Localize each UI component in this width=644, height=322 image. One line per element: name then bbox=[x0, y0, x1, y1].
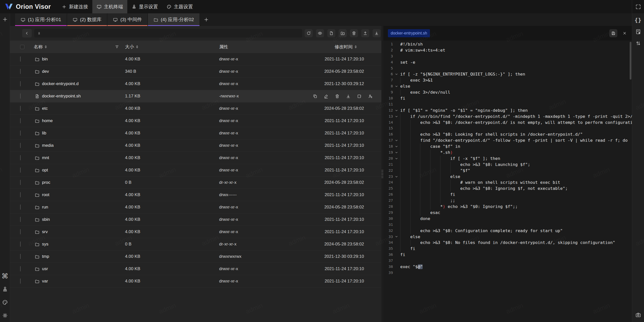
row-checkbox[interactable] bbox=[20, 192, 21, 197]
row-checkbox[interactable] bbox=[20, 69, 21, 74]
back-button[interactable] bbox=[22, 29, 32, 38]
row-checkbox[interactable] bbox=[20, 81, 21, 86]
file-row-docker-entrypoint.d[interactable]: docker-entrypoint.d4.00 KBdrwxr-xr-x2021… bbox=[10, 78, 381, 90]
camera-icon[interactable] bbox=[635, 311, 642, 318]
folder-icon bbox=[153, 17, 158, 22]
sort-toggle[interactable] bbox=[45, 45, 47, 48]
file-row-opt[interactable]: opt4.00 KBdrwxr-xr-x2021-11-24 17:20:10 bbox=[10, 164, 381, 176]
topbar-menu-item-4[interactable]: 主题设置 bbox=[162, 0, 197, 13]
code-editor[interactable]: 1#!/bin/sh2# vim:sw=4:ts=4:et34set -e56i… bbox=[383, 41, 632, 322]
row-checkbox[interactable] bbox=[20, 167, 21, 173]
download-icon[interactable] bbox=[346, 94, 351, 99]
file-row-var[interactable]: var4.00 KBdrwxr-xr-x2021-11-24 17:20:10 bbox=[10, 275, 381, 288]
fold-chevron-icon[interactable] bbox=[393, 83, 399, 89]
row-checkbox[interactable] bbox=[20, 241, 21, 247]
stamp-icon[interactable] bbox=[2, 286, 8, 293]
new-tab-button[interactable] bbox=[200, 13, 213, 26]
fold-chevron-icon[interactable] bbox=[393, 234, 399, 240]
fold-chevron-icon[interactable] bbox=[393, 174, 399, 180]
sort-toggle[interactable] bbox=[355, 45, 357, 48]
fold-chevron-icon[interactable] bbox=[393, 156, 399, 162]
braces-icon[interactable]: {} bbox=[635, 17, 642, 24]
row-checkbox[interactable] bbox=[20, 254, 21, 259]
select-all-checkbox[interactable] bbox=[20, 45, 24, 49]
topbar-menu-item-3[interactable]: 显示设置 bbox=[127, 0, 162, 13]
topbar-menu-item-1[interactable]: 新建连接 bbox=[57, 0, 92, 13]
file-row-srv[interactable]: srv4.00 KBdrwxr-xr-x2021-11-24 17:20:10 bbox=[10, 226, 381, 238]
session-tab-2[interactable]: (2) 数据库 bbox=[67, 13, 108, 26]
file-row-docker-entrypoint.sh[interactable]: docker-entrypoint.sh1.17 KB-rwxrwxr-x bbox=[10, 90, 381, 102]
download-button[interactable] bbox=[373, 29, 381, 37]
indent-guide bbox=[430, 162, 430, 168]
upload-button[interactable] bbox=[361, 29, 369, 37]
file-row-home[interactable]: home4.00 KBdrwxr-xr-x2021-11-24 17:20:10 bbox=[10, 115, 381, 127]
session-tab-4[interactable]: (4) 应用-分析02 bbox=[148, 13, 200, 26]
fold-chevron-icon[interactable] bbox=[393, 114, 399, 120]
file-row-lib[interactable]: lib4.00 KBdrwxr-xr-x2021-11-24 17:20:10 bbox=[10, 127, 381, 139]
file-row-media[interactable]: media4.00 KBdrwxr-xr-x2021-11-24 17:20:1… bbox=[10, 139, 381, 152]
row-checkbox[interactable] bbox=[20, 118, 21, 123]
session-tab-3[interactable]: (3) 中间件 bbox=[107, 13, 148, 26]
move-icon[interactable] bbox=[357, 94, 362, 99]
sort-toggle[interactable] bbox=[136, 45, 138, 48]
row-checkbox[interactable] bbox=[20, 229, 21, 234]
copy-icon[interactable] bbox=[313, 94, 317, 99]
row-checkbox[interactable] bbox=[20, 180, 21, 185]
row-checkbox[interactable] bbox=[20, 93, 21, 99]
file-table: bin4.00 KBdrwxr-xr-x2021-11-24 17:20:10d… bbox=[10, 53, 381, 288]
row-checkbox[interactable] bbox=[20, 155, 21, 160]
trash-button[interactable] bbox=[350, 29, 358, 37]
palette-icon[interactable] bbox=[2, 299, 8, 306]
refresh-button[interactable] bbox=[305, 29, 313, 37]
permission-icon[interactable] bbox=[368, 94, 373, 99]
chevron-left-icon bbox=[25, 31, 29, 35]
row-checkbox[interactable] bbox=[20, 266, 21, 271]
path-input[interactable] bbox=[34, 29, 302, 38]
row-checkbox[interactable] bbox=[20, 278, 21, 284]
fold-chevron-icon[interactable] bbox=[393, 108, 399, 114]
file-row-etc[interactable]: etc4.00 KBdrwxr-xr-x2024-05-28 23:58:02 bbox=[10, 102, 381, 115]
code-line: 38exec "$@" bbox=[383, 264, 632, 270]
fold-chevron-icon[interactable] bbox=[393, 144, 399, 150]
fullscreen-icon[interactable] bbox=[635, 3, 642, 10]
row-checkbox[interactable] bbox=[20, 217, 21, 222]
command-icon[interactable]: ⌘ bbox=[2, 273, 8, 279]
close-button[interactable] bbox=[621, 29, 629, 37]
fold-chevron-icon[interactable] bbox=[393, 71, 399, 77]
column-label: 名称 bbox=[34, 44, 43, 50]
swap-vertical-icon[interactable] bbox=[635, 40, 642, 47]
edit-icon[interactable] bbox=[324, 94, 329, 99]
file-row-sbin[interactable]: sbin4.00 KBdrwxr-xr-x2021-11-24 17:20:10 bbox=[10, 213, 381, 226]
file-row-mnt[interactable]: mnt4.00 KBdrwxr-xr-x2021-11-24 17:20:10 bbox=[10, 152, 381, 164]
new-file-button[interactable] bbox=[327, 29, 335, 37]
file-row-root[interactable]: root4.00 KBdrwx------2021-11-24 17:20:10 bbox=[10, 189, 381, 201]
file-row-dev[interactable]: dev340 Bdrwxr-xr-x2024-05-28 23:58:02 bbox=[10, 65, 381, 78]
file-size: 340 B bbox=[122, 69, 216, 74]
new-folder-button[interactable] bbox=[339, 29, 347, 37]
file-row-run[interactable]: run4.00 KBdrwxr-xr-x2024-05-28 23:58:02 bbox=[10, 201, 381, 213]
row-checkbox[interactable] bbox=[20, 204, 21, 210]
plus-icon[interactable] bbox=[2, 16, 8, 23]
file-row-bin[interactable]: bin4.00 KBdrwxr-xr-x2021-11-24 17:20:10 bbox=[10, 53, 381, 65]
fold-chevron-icon[interactable] bbox=[393, 137, 399, 144]
funnel-icon[interactable] bbox=[115, 45, 119, 49]
row-checkbox[interactable] bbox=[20, 56, 21, 62]
row-checkbox[interactable] bbox=[20, 106, 21, 111]
file-row-usr[interactable]: usr4.00 KBdrwxr-xr-x2021-11-24 17:20:10 bbox=[10, 263, 381, 275]
session-tab-1[interactable]: (1) 应用-分析01 bbox=[15, 13, 67, 26]
code-line: 27 ;; bbox=[383, 198, 632, 204]
fold-chevron-icon[interactable] bbox=[393, 150, 399, 156]
file-row-tmp[interactable]: tmp4.00 KBdrwxrwxrwx2021-12-30 03:29:10 bbox=[10, 251, 381, 263]
file-row-sys[interactable]: sys0 Bdr-xr-xr-x2024-05-28 23:58:02 bbox=[10, 238, 381, 251]
trash-icon[interactable] bbox=[335, 94, 340, 99]
save-button[interactable] bbox=[609, 29, 617, 37]
doc-bookmark-icon[interactable] bbox=[635, 28, 642, 35]
eye-button[interactable] bbox=[316, 29, 324, 37]
gear-icon[interactable] bbox=[2, 312, 8, 319]
file-row-proc[interactable]: proc0 Bdr-xr-xr-x2024-05-28 23:58:02 bbox=[10, 176, 381, 189]
row-checkbox[interactable] bbox=[20, 143, 21, 148]
row-checkbox[interactable] bbox=[20, 130, 21, 136]
code-text: echo >&3 "$0: Configuration complete; re… bbox=[399, 228, 632, 234]
panel-splitter[interactable] bbox=[381, 26, 383, 322]
topbar-menu-item-2[interactable]: 主机终端 bbox=[92, 0, 127, 13]
